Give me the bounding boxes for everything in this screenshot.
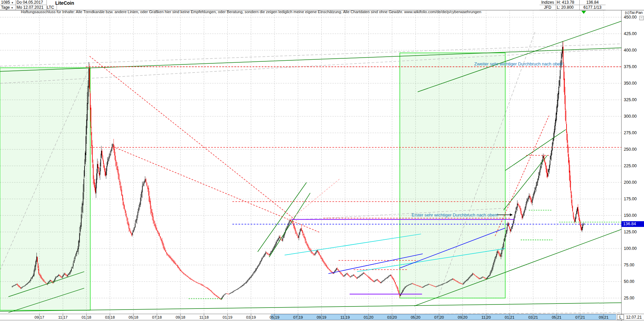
candle-body — [355, 276, 355, 276]
candle-body — [363, 273, 364, 274]
candle-body — [145, 179, 146, 182]
candle-body — [563, 47, 564, 63]
candle-body — [418, 286, 419, 286]
candle-body — [353, 275, 354, 275]
candle-body — [368, 276, 369, 277]
candle-body — [583, 224, 584, 225]
candle-body — [423, 287, 424, 287]
candle-body — [489, 275, 490, 276]
candle-body — [551, 151, 552, 156]
candle-body — [468, 279, 469, 280]
candle-body — [114, 149, 115, 155]
candle-body — [392, 276, 392, 278]
candle-body — [107, 161, 108, 166]
candle-body — [33, 275, 34, 276]
candle-body — [271, 251, 272, 252]
tai-pan-window: 1085▼ Do 04.05.2017 Tage▼ Mo 12.07.2021 … — [0, 0, 644, 321]
candle-body — [486, 279, 486, 279]
candle-body — [94, 183, 95, 188]
y-axis-label: 425.00 — [624, 31, 637, 36]
candle-body — [112, 144, 113, 147]
candle-body — [525, 207, 525, 210]
candle-body — [123, 202, 124, 205]
candle-body — [272, 250, 273, 252]
candle-body — [367, 276, 368, 276]
x-axis-label: 05.20 — [411, 315, 420, 319]
candle-body — [19, 287, 20, 288]
candle-body — [156, 228, 157, 230]
collapse-axis-button[interactable]: − — [639, 16, 644, 20]
candle-body — [136, 220, 136, 223]
candle-body — [544, 159, 545, 162]
candle-body — [280, 237, 280, 238]
candle-body — [427, 285, 428, 285]
candle-body — [508, 223, 509, 226]
candle-body — [62, 276, 63, 277]
candle-body — [527, 199, 528, 201]
candle-body — [13, 286, 14, 286]
candle-body — [492, 265, 493, 269]
candle-body — [402, 291, 403, 292]
candle-body — [554, 132, 554, 138]
candle-body — [515, 211, 516, 214]
candle-body — [307, 243, 307, 245]
price-chart[interactable]: (c)Tai-Pan450.00425.00400.00375.00350.00… — [0, 0, 644, 321]
candle-body — [269, 254, 269, 255]
gray-trendline — [0, 48, 644, 83]
candle-body — [202, 285, 203, 286]
candle-body — [245, 283, 246, 284]
candle-body — [463, 283, 463, 284]
candle-body — [321, 257, 322, 259]
candle-body — [552, 142, 553, 146]
candle-body — [209, 290, 210, 290]
y-axis-label: 125.00 — [624, 230, 637, 234]
candle-body — [360, 275, 360, 276]
candle-body — [351, 276, 352, 276]
candle-body — [410, 284, 411, 285]
y-axis-label: 75.00 — [624, 263, 634, 267]
candle-body — [12, 286, 12, 287]
candle-body — [90, 93, 91, 110]
candle-body — [390, 275, 391, 275]
candle-body — [202, 285, 202, 285]
candle-body — [207, 288, 207, 288]
candle-body — [413, 284, 414, 284]
candle-body — [197, 283, 197, 283]
candle-body — [259, 264, 259, 266]
last-marker-label: L — [619, 315, 622, 320]
candle-body — [352, 275, 353, 276]
candle-body — [429, 284, 430, 285]
candle-body — [78, 241, 79, 249]
candle-body — [63, 275, 64, 276]
y-axis-label: 200.00 — [624, 180, 637, 185]
candle-body — [428, 284, 429, 285]
candle-body — [216, 295, 217, 296]
y-axis-label: 325.00 — [624, 97, 637, 102]
green-trendline — [504, 155, 547, 210]
candle-body — [256, 268, 257, 270]
candle-body — [60, 275, 60, 276]
candle-body — [166, 252, 167, 254]
candle-body — [345, 274, 346, 275]
candle-body — [369, 277, 369, 278]
candle-body — [509, 227, 510, 229]
candle-body — [458, 282, 458, 282]
candle-body — [533, 196, 534, 199]
candle-body — [88, 86, 88, 104]
candle-body — [42, 278, 42, 280]
plot-area[interactable] — [0, 10, 644, 317]
candle-body — [164, 248, 165, 250]
candle-body — [582, 227, 582, 230]
candle-body — [282, 238, 283, 241]
candle-body — [192, 280, 193, 281]
candle-body — [427, 285, 427, 285]
candle-body — [526, 201, 527, 204]
candle-body — [578, 212, 579, 217]
candle-body — [572, 200, 572, 205]
x-axis-label: 09.17 — [35, 315, 44, 319]
candle-body — [396, 285, 396, 286]
candle-body — [111, 147, 112, 150]
candle-body — [328, 268, 329, 269]
candle-body — [253, 273, 253, 274]
candle-body — [555, 120, 556, 126]
